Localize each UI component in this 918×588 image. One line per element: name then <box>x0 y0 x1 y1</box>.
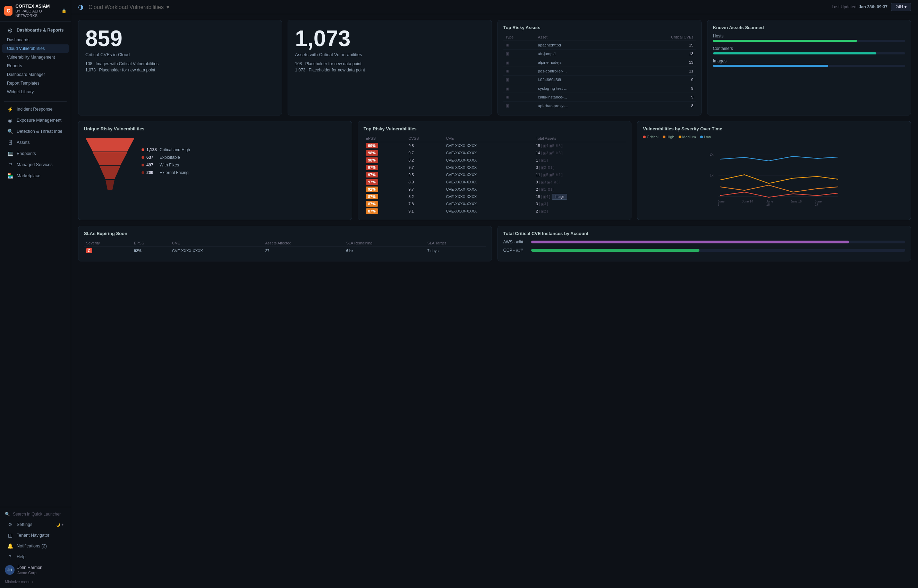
sla-title: SLAs Expiring Soon <box>84 231 486 236</box>
sla-row: C 92% CVE-XXXX-XXXX 27 6 hr 7 days <box>84 247 486 255</box>
legend-critical: Critical <box>643 135 659 139</box>
asset-name: api-rbac-proxy-... <box>536 102 625 110</box>
minimize-menu-button[interactable]: Minimize menu ‹ <box>0 578 71 586</box>
sidebar-item-dashboards[interactable]: Dashboards <box>2 36 69 44</box>
sidebar-item-exposure-management[interactable]: ◉ Exposure Management <box>2 115 69 126</box>
managed-icon: 🛡 <box>7 162 13 168</box>
vuln-cve[interactable]: CVE-XXXX-XXXX <box>444 164 534 171</box>
sidebar-item-notifications[interactable]: 🔔 Notifications (2) <box>2 541 69 551</box>
marketplace-icon: 🏪 <box>7 173 13 179</box>
sidebar-item-settings[interactable]: ⚙ Settings 🌙 ✦ <box>2 519 69 530</box>
table-row: ▣ alpine:nodejs 13 <box>504 58 696 67</box>
vuln-cve[interactable]: CVE-XXXX-XXXX <box>444 186 534 193</box>
vuln-cve[interactable]: CVE-XXXX-XXXX <box>444 208 534 215</box>
sla-remaining: 6 hr <box>344 247 425 255</box>
table-row: ▣ pos-controller-... 11 <box>504 67 696 76</box>
col-asset: Asset <box>536 34 625 41</box>
vuln-epss: 87% <box>364 208 406 215</box>
vuln-table: EPSS CVSS CVE Total Assets 99% 9.8 CVE-X… <box>364 135 626 215</box>
logo-text: CORTEX XSIAM BY PALO ALTO NETWORKS <box>15 3 58 18</box>
asset-cve-count: 9 <box>626 76 696 84</box>
asset-cve-count: 11 <box>626 67 696 76</box>
sidebar-item-cloud-vulnerabilities[interactable]: Cloud Vulnerabilities <box>2 44 69 53</box>
sidebar-item-widget-library[interactable]: Widget Library <box>2 88 69 96</box>
vuln-cve[interactable]: CVE-XXXX-XXXX <box>444 157 534 164</box>
bottom-row: SLAs Expiring Soon Severity EPSS CVE Ass… <box>78 226 911 262</box>
vuln-cvss: 9.7 <box>406 186 444 193</box>
vuln-cve[interactable]: CVE-XXXX-XXXX <box>444 149 534 157</box>
sidebar-item-dashboards-reports[interactable]: ◎ Dashboards & Reports <box>2 25 69 36</box>
vuln-total-assets: 3 [ ▣2 🗓1 ] <box>534 164 626 171</box>
asset-name: apache:httpd <box>536 41 625 50</box>
user-profile[interactable]: JH John Harmon Acme Corp. <box>0 562 71 578</box>
vuln-total-assets: 3 [ ▣3 ] <box>534 200 626 208</box>
dropdown-arrow-icon[interactable]: ▾ <box>167 4 169 10</box>
asset-name: afr-jump-1 <box>536 50 625 58</box>
table-row: ▣ i-024669436f... 9 <box>504 76 696 84</box>
quick-search[interactable]: 🔍 Search in Quick Launcher <box>0 509 71 519</box>
time-range-button[interactable]: 24H ▾ <box>891 3 911 11</box>
theme-toggle[interactable]: 🌙 ✦ <box>56 523 64 527</box>
quick-search-label: Search in Quick Launcher <box>13 512 61 517</box>
cve-by-account-widget: Total Critical CVE Instances by Account … <box>497 226 912 262</box>
sidebar-item-detection-threat-intel[interactable]: 🔍 Detection & Threat Intel <box>2 126 69 137</box>
vuln-epss: 87% <box>364 200 406 208</box>
sidebar-item-report-templates[interactable]: Report Templates <box>2 79 69 87</box>
sidebar: C CORTEX XSIAM BY PALO ALTO NETWORKS 🔒 ◎… <box>0 0 71 588</box>
tenant-icon: ◫ <box>7 533 13 538</box>
known-asset-row: Hosts <box>713 34 905 42</box>
vuln-cvss: 7.8 <box>406 200 444 208</box>
progress-bar-bg <box>713 52 905 55</box>
critical-cves-sub1: 108 Images with Critical Vulnerabilities <box>85 61 275 66</box>
progress-bar-bg <box>713 40 905 42</box>
sidebar-item-assets[interactable]: 🗄 Assets <box>2 137 69 148</box>
col-critical-cves: Critical CVEs <box>626 34 696 41</box>
lock-icon: 🔒 <box>62 8 66 13</box>
severity-legend: Critical High Medium Low <box>643 135 905 139</box>
sidebar-item-vulnerability-management[interactable]: Vulnerability Management <box>2 53 69 61</box>
asset-type-icon: ▣ <box>504 67 536 76</box>
sidebar-item-tenant[interactable]: ◫ Tenant Navigator <box>2 530 69 541</box>
funnel-container: 1,138 Critical and High 637 Exploitable … <box>84 135 346 191</box>
sla-epss: 92% <box>132 247 170 255</box>
col-cve: CVE <box>170 239 263 247</box>
vuln-cve[interactable]: CVE-XXXX-XXXX <box>444 193 534 200</box>
svg-marker-3 <box>105 180 115 191</box>
asset-type-icon: ▣ <box>504 84 536 93</box>
sidebar-item-managed-services[interactable]: 🛡 Managed Services <box>2 160 69 170</box>
sidebar-item-reports[interactable]: Reports <box>2 62 69 70</box>
legend-dot-fixes <box>142 164 144 166</box>
sidebar-item-help[interactable]: ? Help <box>2 552 69 562</box>
vuln-cve[interactable]: CVE-XXXX-XXXX <box>444 179 534 186</box>
progress-bar-fill <box>713 65 829 67</box>
tenant-label: Tenant Navigator <box>17 533 50 538</box>
vuln-cvss: 8.9 <box>406 179 444 186</box>
vuln-epss: 98% <box>364 157 406 164</box>
progress-bar-bg <box>713 65 905 67</box>
asset-type-icon: ▣ <box>504 50 536 58</box>
vuln-cvss: 9.1 <box>406 208 444 215</box>
table-row: ▣ syslog-ng-test-... 9 <box>504 84 696 93</box>
sidebar-item-marketplace[interactable]: 🏪 Marketplace <box>2 171 69 181</box>
asset-name: i-024669436f... <box>536 76 625 84</box>
svg-text:2k: 2k <box>710 153 714 157</box>
vuln-cve[interactable]: CVE-XXXX-XXXX <box>444 171 534 179</box>
settings-icon: ⚙ <box>7 522 13 527</box>
vuln-cve[interactable]: CVE-XXXX-XXXX <box>444 142 534 149</box>
account-name: AWS - ### <box>504 239 528 244</box>
svg-text:17: 17 <box>815 203 818 206</box>
vuln-cve[interactable]: CVE-XXXX-XXXX <box>444 200 534 208</box>
sla-widget: SLAs Expiring Soon Severity EPSS CVE Ass… <box>78 226 492 262</box>
asset-type-label: Hosts <box>713 34 905 39</box>
vuln-epss: 92% <box>364 186 406 193</box>
sidebar-item-endpoints[interactable]: 💻 Endpoints <box>2 149 69 159</box>
sidebar-item-incident-response[interactable]: ⚡ Incident Response <box>2 104 69 115</box>
assets-critical-sub2: 1,073 Placeholder for new data point <box>295 68 484 73</box>
vuln-total-assets: 2 [ ▣1 🗓1 ] <box>534 186 626 193</box>
col-sla-target: SLA Target <box>425 239 486 247</box>
top-risky-vulns-widget: Top Risky Vulnerabilities EPSS CVSS CVE … <box>358 121 632 220</box>
sidebar-item-dashboard-manager[interactable]: Dashboard Manager <box>2 70 69 79</box>
legend-critical-high: 1,138 Critical and High <box>142 147 346 152</box>
legend-with-fixes: 497 With Fixes <box>142 163 346 168</box>
vuln-row: 87% 9.1 CVE-XXXX-XXXX 2 [ ▣2 ] <box>364 208 626 215</box>
